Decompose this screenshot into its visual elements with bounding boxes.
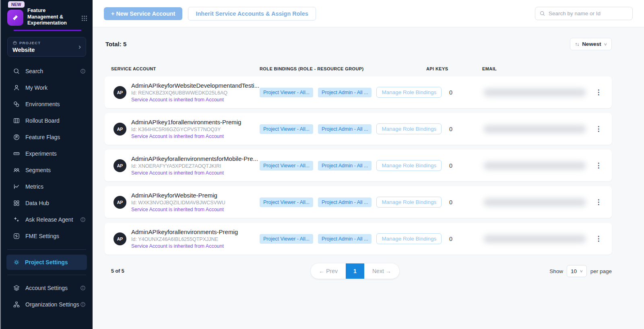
search-input[interactable] <box>549 10 628 16</box>
sidebar-item-feature-flags[interactable]: Feature Flags <box>1 129 93 146</box>
info-icon[interactable] <box>80 68 86 74</box>
sidebar-item-ask-release-agent[interactable]: Ask Release Agent <box>1 212 93 228</box>
sidebar-item-label: Rollout Board <box>25 117 60 124</box>
role-badge: Project Admin - All ... <box>318 88 372 97</box>
sidebar-item-search[interactable]: Search <box>1 63 93 80</box>
sidebar-item-my-work[interactable]: My Work <box>1 80 93 96</box>
inherited-note: Service Account is inherited from Accoun… <box>131 134 241 139</box>
role-bindings-cell: Project Viewer - All... Project Admin - … <box>260 123 437 134</box>
role-badge: Project Viewer - All... <box>260 124 313 134</box>
role-badge: Project Viewer - All... <box>260 197 313 207</box>
table-row: AP AdminAPIkeyforWebsiteDevelopmentandTe… <box>105 76 612 108</box>
sidebar-item-organization-settings[interactable]: Organization Settings <box>1 296 93 313</box>
row-menu-kebab-icon[interactable]: ⋮ <box>594 89 603 96</box>
service-account-cell: AP AdminAPIkeyforallenvironments-Premig … <box>114 228 260 249</box>
row-menu-kebab-icon[interactable]: ⋮ <box>594 199 603 206</box>
row-menu-kebab-icon[interactable]: ⋮ <box>594 162 603 169</box>
pagination: 5 of 5 ← Prev 1 Next → Show 10 ∨ per pag… <box>105 263 612 279</box>
manage-role-bindings-button[interactable]: Manage Role Bindings <box>376 233 442 244</box>
table-row: AP AdminAPIkeyforWebsite-Premig Id: WXK3… <box>105 186 612 218</box>
sidebar-item-label: Segments <box>25 167 51 173</box>
manage-role-bindings-button[interactable]: Manage Role Bindings <box>376 197 442 208</box>
sidebar: NEW Feature Management & Experimentation <box>1 0 93 329</box>
role-badge: Project Admin - All ... <box>318 197 372 207</box>
chevron-down-icon: ∨ <box>604 42 607 46</box>
role-badge: Project Admin - All ... <box>318 234 372 244</box>
layers-icon <box>13 284 20 292</box>
sidebar-item-label: My Work <box>25 84 47 91</box>
account-id: Id: K364HIC5RI6GZGYCPVST7NOQ3Y <box>131 127 241 132</box>
sparkles-icon <box>13 216 20 223</box>
sort-arrows-icon: ↑↓ <box>575 41 579 47</box>
sidebar-item-metrics[interactable]: Metrics <box>1 179 93 195</box>
inherited-note: Service Account is inherited from Accoun… <box>131 207 225 212</box>
people-icon <box>13 167 20 174</box>
account-id: Id: RENCKBZ3XQ6UBBWWEDKD25L6AQ <box>131 90 259 96</box>
column-header-service-account: SERVICE ACCOUNT <box>111 66 260 71</box>
account-id: Id: XNOERAFYYA5XPDEZ7AOQTJKIRI <box>131 163 258 169</box>
sidebar-nav: Search My Work Environments Rollout Boar… <box>1 63 93 245</box>
info-icon[interactable] <box>80 285 86 291</box>
per-page-control: Show 10 ∨ per page <box>531 265 612 277</box>
avatar: AP <box>114 196 126 209</box>
page-size-select[interactable]: 10 ∨ <box>567 265 587 277</box>
account-name: AdminAPIkeyforWebsiteDevelopmentandTesti… <box>131 82 259 89</box>
hexagons-icon <box>13 101 20 108</box>
email-cell <box>475 125 594 133</box>
project-selector[interactable]: PROJECT Website › <box>7 37 86 57</box>
sidebar-item-account-settings[interactable]: Account Settings <box>1 280 93 296</box>
sidebar-item-experiments[interactable]: Experiments <box>1 146 93 162</box>
search-icon <box>13 68 20 75</box>
table-row: AP AdminAPIkeyforallenvironmentsforMobil… <box>105 150 612 181</box>
api-keys-count: 0 <box>437 199 475 206</box>
sidebar-item-project-settings[interactable]: Project Settings <box>6 255 87 270</box>
role-badge: Project Viewer - All... <box>260 161 313 171</box>
main-area: + New Service Account Inherit Service Ac… <box>93 0 644 329</box>
row-menu-kebab-icon[interactable]: ⋮ <box>594 235 603 242</box>
sidebar-item-environments[interactable]: Environments <box>1 96 93 113</box>
sidebar-item-rollout-board[interactable]: Rollout Board <box>1 113 93 129</box>
account-id: Id: Y4OUNXZ46A6IBL6255QTPXJJNE <box>131 236 238 242</box>
email-redacted <box>483 198 586 206</box>
info-icon[interactable] <box>80 301 86 308</box>
sidebar-item-fme-settings[interactable]: FME Settings <box>1 228 93 245</box>
search-box[interactable] <box>535 7 633 20</box>
result-count: 5 of 5 <box>105 268 179 274</box>
email-redacted <box>483 88 586 97</box>
service-account-cell: AP AdminAPIkeyforWebsiteDevelopmentandTe… <box>114 82 260 103</box>
project-name: Website <box>12 47 41 53</box>
next-page-button[interactable]: Next → <box>364 268 399 274</box>
manage-role-bindings-button[interactable]: Manage Role Bindings <box>376 87 442 98</box>
email-cell <box>475 198 594 206</box>
brand-divider <box>14 30 81 31</box>
content: Total: 5 ↑↓ Newest ∨ SERVICE ACCOUNT ROL… <box>93 27 644 329</box>
sidebar-divider <box>7 249 86 250</box>
total-row: Total: 5 ↑↓ Newest ∨ <box>105 38 612 50</box>
new-service-account-button[interactable]: + New Service Account <box>104 7 182 20</box>
sidebar-header: NEW Feature Management & Experimentation <box>1 0 93 31</box>
sidebar-item-label: Feature Flags <box>25 134 60 140</box>
sidebar-item-data-hub[interactable]: Data Hub <box>1 195 93 212</box>
inherit-service-accounts-button[interactable]: Inherit Service Accounts & Assign Roles <box>188 7 316 21</box>
current-page-button[interactable]: 1 <box>346 263 364 279</box>
column-header-role-bindings: ROLE BINDINGS (ROLE - RESOURCE GROUP) <box>260 66 426 71</box>
app-switcher-grid-icon[interactable] <box>81 15 88 22</box>
sort-dropdown[interactable]: ↑↓ Newest ∨ <box>570 38 612 50</box>
manage-role-bindings-button[interactable]: Manage Role Bindings <box>376 123 442 134</box>
role-badge: Project Viewer - All... <box>260 234 313 244</box>
manage-role-bindings-button[interactable]: Manage Role Bindings <box>376 160 442 171</box>
row-menu-kebab-icon[interactable]: ⋮ <box>594 125 603 132</box>
inherited-note: Service Account is inherited from Accoun… <box>131 243 238 249</box>
user-icon <box>13 84 20 91</box>
sidebar-item-label: Account Settings <box>25 285 68 291</box>
gear-icon <box>13 259 20 266</box>
sidebar-item-segments[interactable]: Segments <box>1 162 93 179</box>
email-cell <box>475 235 594 243</box>
role-badge: Project Admin - All ... <box>318 161 372 171</box>
per-page-label: per page <box>590 268 612 274</box>
prev-page-button[interactable]: ← Prev <box>311 268 346 274</box>
sort-selected-value: Newest <box>582 41 601 47</box>
sidebar-divider <box>7 275 86 275</box>
info-icon[interactable] <box>80 216 86 223</box>
line-chart-icon <box>13 183 20 190</box>
